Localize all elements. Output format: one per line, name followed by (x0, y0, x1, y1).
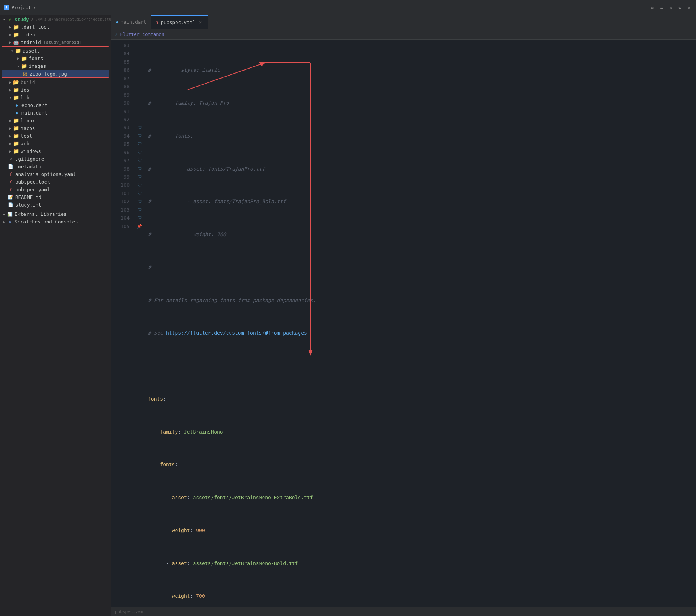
android-label: android (21, 39, 41, 45)
sidebar-item-readme[interactable]: 📝 README.md (0, 193, 111, 201)
study-iml-icon: 📄 (8, 202, 14, 208)
sidebar-item-analysis-options[interactable]: Y analysis_options.yaml (0, 170, 111, 178)
assets-chevron: ▾ (10, 48, 15, 53)
sidebar-item-metadata[interactable]: 📄 .metadata (0, 163, 111, 170)
sort-icon[interactable]: ⇅ (668, 5, 674, 11)
zibo-logo-label: zibo-logo.jpg (30, 71, 67, 77)
gutter-95: 🛡 (134, 140, 145, 148)
sidebar-item-main-dart[interactable]: ◆ main.dart (0, 109, 111, 117)
sidebar-item-web[interactable]: ▶ 📁 web (0, 140, 111, 147)
gutter-97: 🛡 (134, 156, 145, 164)
fonts-chevron: ▶ (16, 56, 21, 61)
sidebar-item-fonts[interactable]: ▶ 📁 fonts (2, 54, 109, 62)
title-bar: P Project ▾ ⊞ ≡ ⇅ ⚙ ✕ (0, 0, 696, 15)
ext-lib-label: External Libraries (15, 211, 66, 217)
lib-icon: 📁 (13, 94, 19, 100)
sidebar-item-assets[interactable]: ▾ 📁 assets (2, 47, 109, 54)
sidebar-item-external-libraries[interactable]: ▶ 📊 External Libraries (0, 210, 111, 218)
tab-close-pubspec[interactable]: ✕ (198, 20, 203, 25)
ext-lib-icon: 📊 (7, 211, 13, 217)
gutter-85 (134, 58, 145, 66)
sidebar-item-android[interactable]: ▶ 🤖 android [study_android] (0, 38, 111, 46)
gear-icon[interactable]: ⚙ (677, 5, 683, 11)
sidebar-root[interactable]: ▾ ⚡ study D:\MyFile\AndroidStudioProject… (0, 15, 111, 23)
gutter-92 (134, 115, 145, 123)
line-85-content: # fonts: (148, 132, 193, 140)
assets-label: assets (23, 48, 40, 54)
dart-tool-label: .dart_tool (21, 24, 49, 30)
analysis-options-icon: Y (8, 171, 14, 177)
sidebar-item-pubspec-yaml[interactable]: Y pubspec.yaml (0, 186, 111, 193)
main-layout: ▾ ⚡ study D:\MyFile\AndroidStudioProject… (0, 15, 696, 616)
flutter-commands-label: Flutter commands (120, 32, 164, 37)
scratches-chevron: ▶ (2, 219, 7, 224)
project-icon: P (4, 5, 9, 10)
tab-bar: ◆ main.dart Y pubspec.yaml ✕ (111, 15, 696, 29)
windows-label: windows (21, 148, 41, 154)
gutter-105: 📌 (134, 222, 145, 230)
readme-label: README.md (15, 194, 41, 200)
root-folder-icon: ⚡ (7, 16, 13, 22)
tab-pubspec-yaml[interactable]: Y pubspec.yaml ✕ (151, 15, 208, 29)
assets-icon: 📁 (15, 48, 21, 54)
sidebar-item-linux[interactable]: ▶ 📁 linux (0, 117, 111, 124)
code-line-96: - asset: assets/fonts/JetBrainsMono-Extr… (148, 493, 696, 501)
root-chevron: ▾ (2, 16, 7, 22)
build-icon: 📂 (13, 79, 19, 85)
fonts-label: fonts (29, 56, 43, 61)
linux-chevron: ▶ (8, 118, 13, 123)
code-line-85: # fonts: (148, 132, 696, 140)
sidebar-item-pubspec-lock[interactable]: Y pubspec.lock (0, 178, 111, 186)
ios-chevron: ▶ (8, 87, 13, 92)
gutter-84 (134, 49, 145, 57)
pubspec-yaml-label: pubspec.yaml (15, 187, 50, 192)
line-91-link[interactable]: https://flutter.dev/custom-fonts/#from-p… (166, 329, 307, 337)
code-line-91: # see https://flutter.dev/custom-fonts/#… (148, 329, 696, 337)
zibo-logo-icon: 🖼 (22, 71, 28, 77)
sidebar-item-build[interactable]: ▶ 📂 build (0, 78, 111, 86)
root-label: study (15, 16, 29, 22)
android-icon: 🤖 (13, 39, 19, 45)
images-chevron: ▾ (16, 63, 21, 69)
line-83-content: # style: italic (148, 66, 220, 74)
scratches-label: Scratches and Consoles (15, 219, 78, 225)
code-line-93: fonts: (148, 395, 696, 403)
dropdown-icon[interactable]: ▾ (33, 5, 36, 10)
gutter-104: 🛡 (134, 214, 145, 222)
web-icon: 📁 (13, 140, 19, 146)
sidebar-item-images[interactable]: ▾ 📁 images (2, 62, 109, 70)
sidebar-item-scratches[interactable]: ▶ ⚙ Scratches and Consoles (0, 218, 111, 225)
sidebar-item-macos[interactable]: ▶ 📁 macos (0, 124, 111, 132)
sidebar-item-study-iml[interactable]: 📄 study.iml (0, 201, 111, 209)
sidebar-item-ios[interactable]: ▶ 📁 ios (0, 86, 111, 94)
sidebar-item-gitignore[interactable]: ⚙ .gitignore (0, 155, 111, 163)
gitignore-icon: ⚙ (8, 156, 14, 162)
macos-icon: 📁 (13, 125, 19, 131)
echo-dart-label: echo.dart (21, 102, 48, 108)
gutter: 🛡 🛡 🛡 🛡 🛡 🛡 🛡 🛡 🛡 🛡 🛡 🛡 📌 (134, 40, 145, 607)
sidebar-item-windows[interactable]: ▶ 📁 windows (0, 147, 111, 155)
sidebar-item-idea[interactable]: ▶ 📁 .idea (0, 31, 111, 38)
tab-main-dart[interactable]: ◆ main.dart (111, 15, 151, 29)
code-line-95: fonts: (148, 460, 696, 468)
sidebar-item-dart-tool[interactable]: ▶ 📁 .dart_tool (0, 23, 111, 31)
build-chevron: ▶ (8, 79, 13, 85)
sidebar-item-lib[interactable]: ▾ 📁 lib (0, 94, 111, 101)
gitignore-label: .gitignore (15, 156, 44, 162)
ios-label: ios (21, 87, 30, 93)
windows-chevron: ▶ (8, 148, 13, 154)
close-icon[interactable]: ✕ (686, 5, 692, 11)
sidebar-item-echo-dart[interactable]: ◆ echo.dart (0, 101, 111, 109)
gutter-101: 🛡 (134, 189, 145, 197)
line-87-content: # - asset: fonts/TrajanPro_Bold.ttf (148, 197, 286, 205)
title-bar-icons: ⊞ ≡ ⇅ ⚙ ✕ (649, 5, 692, 11)
grid-icon[interactable]: ⊞ (649, 5, 655, 11)
macos-chevron: ▶ (8, 125, 13, 131)
ios-icon: 📁 (13, 87, 19, 93)
code-editor[interactable]: 83 84 85 86 87 88 89 90 91 92 93 94 95 9… (111, 40, 696, 607)
code-line-92 (148, 362, 696, 370)
list-icon[interactable]: ≡ (658, 5, 665, 11)
sidebar-item-zibo-logo[interactable]: 🖼 zibo-logo.jpg (2, 70, 109, 77)
flutter-icon: ⚡ (115, 32, 118, 37)
sidebar-item-test[interactable]: ▶ 📁 test (0, 132, 111, 140)
